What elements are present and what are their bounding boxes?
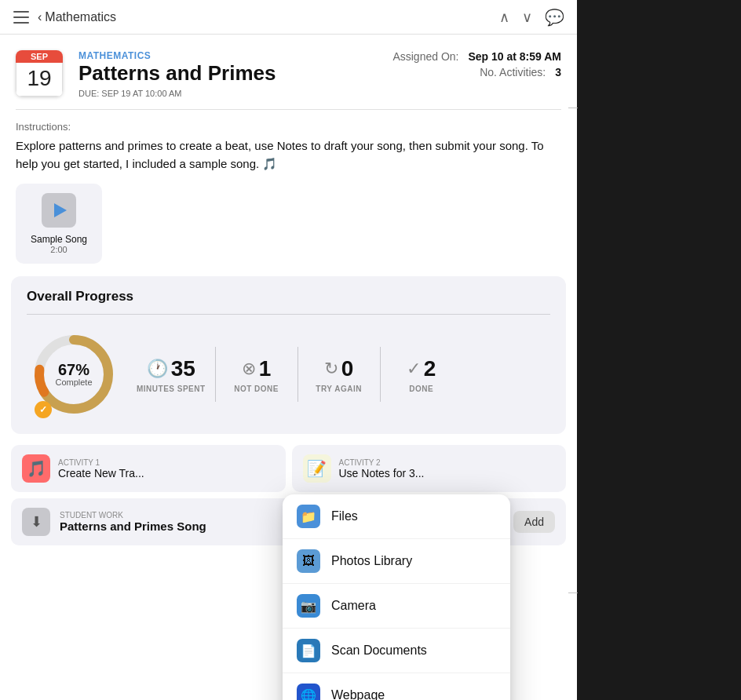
- sample-song-attachment[interactable]: Sample Song 2:00: [16, 184, 102, 264]
- dropdown-menu: 📁 Files 🖼 Photos Library 📷 Camera 📄 Scan…: [283, 494, 510, 700]
- activity-2-meta: ACTIVITY 2 Use Notes for 3...: [339, 458, 425, 479]
- minutes-label: MINUTES SPENT: [137, 385, 206, 393]
- stat-not-done: ⊗ 1 NOT DONE: [225, 356, 288, 393]
- activities-value: 3: [555, 66, 561, 78]
- dropdown-files[interactable]: 📁 Files: [283, 494, 510, 539]
- donut-chart: 67% Complete ✓: [27, 327, 121, 421]
- progress-title: Overall Progress: [27, 289, 550, 304]
- assignment-header: SEP 19 MATHEMATICS Patterns and Primes D…: [0, 35, 577, 98]
- progress-divider: [27, 314, 550, 315]
- assigned-row: Assigned On: Sep 10 at 8:59 AM: [389, 50, 561, 63]
- camera-icon: 📷: [297, 594, 320, 618]
- done-label: DONE: [409, 385, 433, 393]
- assignment-info: MATHEMATICS Patterns and Primes DUE: SEP…: [78, 50, 373, 98]
- assignment-meta: Assigned On: Sep 10 at 8:59 AM No. Activ…: [389, 50, 561, 82]
- dropdown-photos[interactable]: 🖼 Photos Library: [283, 539, 510, 584]
- stat-minutes: 🕐 35 MINUTES SPENT: [137, 356, 206, 393]
- dropdown-camera[interactable]: 📷 Camera: [283, 584, 510, 629]
- activities-row-meta: No. Activities: 3: [389, 66, 561, 78]
- subject-label: MATHEMATICS: [78, 50, 373, 61]
- not-done-value: 1: [259, 356, 272, 381]
- back-chevron-icon: ‹: [38, 10, 42, 24]
- dropdown-webpage[interactable]: 🌐 Webpage: [283, 673, 510, 700]
- not-done-label: NOT DONE: [234, 385, 279, 393]
- calendar-badge: SEP 19: [16, 50, 63, 97]
- assigned-value: Sep 10 at 8:59 AM: [468, 50, 561, 63]
- main-content: ‹ Mathematics ∧ ∨ 💬 SEP 19 MATHEMATICS P…: [0, 0, 577, 700]
- progress-stats: 67% Complete ✓ 🕐 35 MINUTES SPENT ⊗ 1: [27, 327, 550, 421]
- attachment-play-icon: [42, 193, 76, 228]
- add-button[interactable]: Add: [513, 511, 555, 533]
- calendar-month: SEP: [16, 50, 63, 63]
- instructions-label: Instructions:: [16, 121, 561, 133]
- progress-section: Overall Progress 67% Complet: [11, 276, 566, 434]
- not-done-stat: ⊗ 1: [242, 356, 272, 381]
- top-bar-right: ∧ ∨ 💬: [499, 8, 564, 27]
- try-again-value: 0: [341, 356, 354, 381]
- donut-center: 67% Complete: [55, 362, 92, 387]
- assignment-title: Patterns and Primes: [78, 61, 373, 86]
- donut-percent: 67%: [55, 362, 92, 377]
- files-icon: 📁: [297, 505, 320, 528]
- try-again-label: TRY AGAIN: [316, 385, 362, 393]
- svg-rect-1: [13, 16, 29, 18]
- try-again-icon: ↻: [324, 359, 338, 379]
- back-label: Mathematics: [45, 10, 116, 24]
- webpage-icon: 🌐: [297, 684, 320, 700]
- photos-label: Photos Library: [331, 554, 412, 568]
- top-bar: ‹ Mathematics ∧ ∨ 💬: [0, 0, 577, 35]
- right-edge-arrow-bottom: —: [568, 587, 578, 598]
- try-again-stat: ↻ 0: [324, 356, 354, 381]
- stat-divider-2: [297, 347, 298, 402]
- assigned-label: Assigned On:: [392, 50, 458, 63]
- camera-label: Camera: [331, 599, 376, 613]
- instructions-text: Explore patterns and primes to create a …: [16, 137, 561, 173]
- svg-rect-2: [13, 22, 29, 24]
- activity-1-name: Create New Tra...: [58, 467, 144, 479]
- minutes-stat: 🕐 35: [147, 356, 195, 381]
- activity-1-meta: ACTIVITY 1 Create New Tra...: [58, 458, 144, 479]
- comment-button[interactable]: 💬: [545, 8, 564, 27]
- activities-label: No. Activities:: [480, 66, 546, 78]
- right-edge-arrow-top: —: [568, 102, 578, 113]
- activity-1-icon: 🎵: [22, 454, 50, 483]
- minutes-value: 35: [171, 356, 195, 381]
- svg-rect-0: [13, 11, 29, 13]
- back-button[interactable]: ‹ Mathematics: [38, 10, 116, 24]
- calendar-day: 19: [16, 63, 63, 97]
- dropdown-scan[interactable]: 📄 Scan Documents: [283, 629, 510, 673]
- attachment-duration: 2:00: [50, 245, 67, 254]
- dark-panel: [577, 0, 741, 700]
- student-work-label: STUDENT WORK: [60, 511, 206, 520]
- webpage-label: Webpage: [331, 688, 385, 700]
- stat-done: ✓ 2 DONE: [390, 356, 453, 393]
- activity-2-card[interactable]: 📝 ACTIVITY 2 Use Notes for 3...: [292, 445, 567, 492]
- stat-try-again: ↻ 0 TRY AGAIN: [308, 356, 370, 393]
- student-work-name: Patterns and Primes Song: [60, 520, 206, 533]
- stat-divider-1: [215, 347, 216, 402]
- play-triangle-icon: [54, 203, 67, 217]
- not-done-icon: ⊗: [242, 359, 256, 379]
- stat-divider-3: [380, 347, 381, 402]
- activity-1-num: ACTIVITY 1: [58, 458, 144, 467]
- sidebar-toggle[interactable]: [13, 9, 30, 26]
- photos-icon: 🖼: [297, 549, 320, 573]
- nav-up-button[interactable]: ∧: [499, 9, 509, 26]
- attachments: Sample Song 2:00: [0, 184, 577, 276]
- done-value: 2: [424, 356, 436, 381]
- activity-2-icon: 📝: [303, 454, 331, 483]
- done-stat: ✓ 2: [407, 356, 436, 381]
- files-label: Files: [331, 509, 358, 523]
- activity-2-name: Use Notes for 3...: [339, 467, 425, 479]
- activity-1-card[interactable]: 🎵 ACTIVITY 1 Create New Tra...: [11, 445, 286, 492]
- instructions-section: Instructions: Explore patterns and prime…: [0, 110, 577, 184]
- clock-icon: 🕐: [147, 359, 168, 379]
- done-icon: ✓: [407, 359, 421, 379]
- donut-complete-label: Complete: [55, 377, 92, 387]
- activity-2-num: ACTIVITY 2: [339, 458, 425, 467]
- student-work-meta: STUDENT WORK Patterns and Primes Song: [60, 511, 206, 533]
- attachment-name: Sample Song: [31, 234, 87, 245]
- nav-down-button[interactable]: ∨: [522, 9, 532, 26]
- student-work-icon: ⬇: [22, 508, 50, 536]
- due-date: DUE: SEP 19 AT 10:00 AM: [78, 89, 373, 98]
